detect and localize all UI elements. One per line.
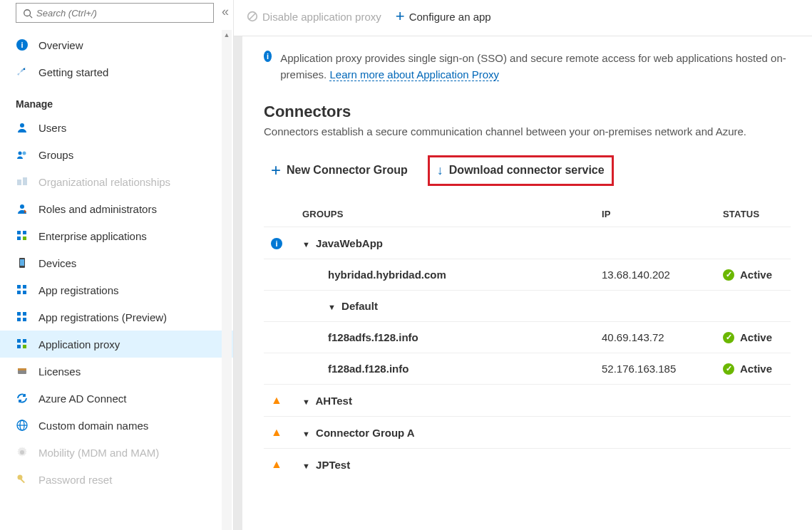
sidebar-item-users[interactable]: Users [0,114,233,141]
sidebar-item-org-relationships[interactable]: Organizational relationships [0,168,233,195]
grid-icon [16,338,29,350]
svg-point-4 [19,152,22,155]
info-icon: i [16,38,29,51]
svg-point-3 [20,123,24,128]
learn-more-link[interactable]: Learn more about Application Proxy [329,68,499,81]
svg-rect-34 [21,479,25,483]
row-ip: 40.69.143.72 [602,331,723,343]
check-icon: ✓ [723,363,734,375]
group-row[interactable]: i▼ JavaWebApp [264,227,791,259]
button-label: Disable application proxy [262,11,381,23]
sidebar-item-custom-domain[interactable]: Custom domain names [0,412,233,439]
sidebar-item-getting-started[interactable]: Getting started [0,58,233,85]
plus-icon: + [396,7,405,26]
sidebar-item-label: Organizational relationships [38,176,170,188]
svg-rect-14 [20,259,24,266]
warning-icon: ▲ [271,394,282,406]
warning-icon: ▲ [271,458,282,470]
check-icon: ✓ [723,269,734,281]
connectors-table: GROUPS IP STATUS i▼ JavaWebApphybridad.h… [264,203,791,480]
user-icon [16,121,29,134]
sidebar-item-application-proxy[interactable]: Application proxy [0,331,233,358]
svg-line-36 [250,14,256,20]
sidebar-item-groups[interactable]: Groups [0,141,233,168]
sidebar-item-label: Password reset [38,474,112,486]
svg-line-1 [30,16,33,19]
svg-rect-16 [23,285,26,289]
sidebar-item-label: Users [38,122,66,134]
banner-text: Application proxy provides single sign-o… [280,51,791,83]
globe-icon [16,419,29,432]
svg-point-0 [24,10,31,16]
svg-point-8 [20,204,24,209]
sidebar-item-password-reset[interactable]: Password reset [0,466,233,493]
license-icon [16,365,29,378]
connectors-subtext: Connectors establish a secure communicat… [264,125,791,137]
sidebar-item-label: App registrations (Preview) [38,311,167,323]
search-input[interactable] [16,3,214,23]
sync-icon [16,392,29,405]
sidebar-item-label: Enterprise applications [38,230,147,242]
connector-row[interactable]: f128adfs.f128.info40.69.143.72✓ Active [264,321,791,353]
row-name: ▼ AHTest [302,395,602,407]
sidebar-item-enterprise-apps[interactable]: Enterprise applications [0,222,233,249]
row-ip: 52.176.163.185 [602,363,723,375]
sidebar-scrollbar[interactable]: ▲ [222,30,232,530]
sidebar-item-overview[interactable]: i Overview [0,31,233,58]
sidebar-item-licenses[interactable]: Licenses [0,358,233,385]
key-icon [16,473,29,486]
groups-icon [16,148,29,161]
column-status: STATUS [723,209,812,219]
row-name: ▼ Default [302,300,602,312]
top-toolbar: Disable application proxy + Configure an… [234,0,812,36]
sidebar-item-label: Roles and administrators [38,203,157,215]
collapse-sidebar-icon[interactable]: « [222,4,229,19]
new-connector-group-button[interactable]: + New Connector Group [264,155,415,186]
row-status: ✓ Active [723,269,812,281]
table-body: i▼ JavaWebApphybridad.hybridad.com13.68.… [264,227,791,480]
group-row[interactable]: ▲▼ AHTest [264,384,791,416]
warning-icon: ▲ [271,426,282,438]
group-row[interactable]: ▲▼ Connector Group A [264,416,791,448]
sidebar-item-azure-ad-connect[interactable]: Azure AD Connect [0,385,233,412]
disable-proxy-button[interactable]: Disable application proxy [247,11,381,23]
sidebar-item-app-registrations-preview[interactable]: App registrations (Preview) [0,303,233,331]
sidebar: « ▲ i Overview Getting started Manage Us… [0,0,234,530]
row-name: f128adfs.f128.info [302,331,602,343]
column-groups: GROUPS [302,209,602,219]
svg-rect-18 [23,291,26,294]
prohibit-icon [247,11,258,22]
connector-row[interactable]: hybridad.hybridad.com13.68.140.202✓ Acti… [264,259,791,290]
table-header: GROUPS IP STATUS [264,203,791,227]
column-ip: IP [602,209,723,219]
sidebar-item-devices[interactable]: Devices [0,249,233,276]
configure-app-button[interactable]: + Configure an app [396,7,491,26]
nav-list: i Overview Getting started Manage Users … [0,26,233,493]
info-banner: i Application proxy provides single sign… [264,46,791,83]
svg-point-5 [23,152,26,155]
svg-rect-11 [17,237,21,240]
caret-down-icon: ▼ [302,240,310,249]
svg-rect-21 [17,318,21,321]
sidebar-item-label: App registrations [38,284,119,296]
row-name: ▼ JPTest [302,459,602,471]
svg-rect-25 [17,345,21,348]
sidebar-item-roles[interactable]: Roles and administrators [0,195,233,222]
roles-icon [16,202,29,215]
download-connector-button[interactable]: ↓ Download connector service [428,155,614,186]
svg-rect-15 [17,285,21,289]
grid-icon [16,229,29,242]
svg-rect-24 [23,339,26,343]
group-row[interactable]: ▲▼ JPTest [264,448,791,480]
search-icon [23,9,33,19]
sidebar-item-app-registrations[interactable]: App registrations [0,276,233,303]
sidebar-item-mobility[interactable]: Mobility (MDM and MAM) [0,439,233,466]
rocket-icon [16,66,29,78]
row-name: ▼ Connector Group A [302,427,602,439]
row-name: hybridad.hybridad.com [302,269,602,281]
svg-rect-28 [18,368,26,370]
device-icon [16,256,29,269]
group-row[interactable]: ▼ Default [264,290,791,321]
connector-row[interactable]: f128ad.f128.info52.176.163.185✓ Active [264,353,791,384]
svg-rect-17 [17,291,21,294]
